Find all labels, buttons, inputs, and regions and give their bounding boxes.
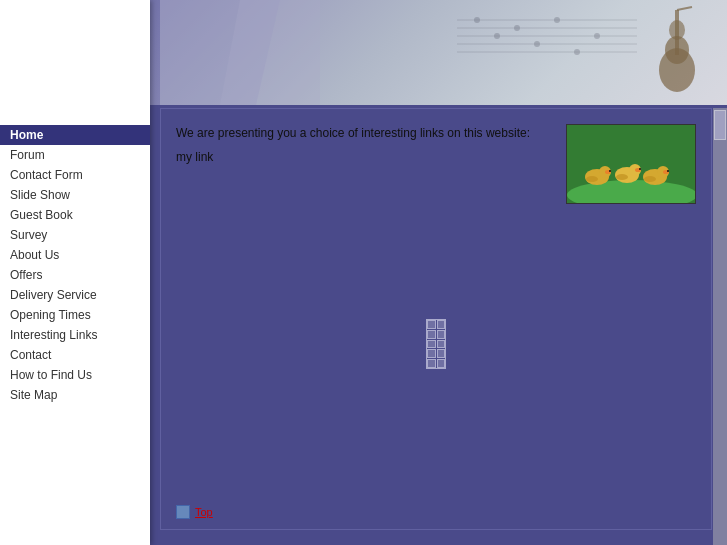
content-area: We are presenting you a choice of intere… <box>161 109 711 219</box>
sidebar: Home Forum Contact Form Slide Show Guest… <box>0 0 150 545</box>
svg-point-7 <box>514 25 520 31</box>
svg-point-5 <box>474 17 480 23</box>
svg-point-8 <box>534 41 540 47</box>
sidebar-item-survey[interactable]: Survey <box>0 225 150 245</box>
grid-element <box>426 319 446 369</box>
svg-point-10 <box>574 49 580 55</box>
sidebar-item-guest-book[interactable]: Guest Book <box>0 205 150 225</box>
music-lines-decoration <box>457 10 637 70</box>
sidebar-item-how-to-find-us[interactable]: How to Find Us <box>0 365 150 385</box>
scrollbar[interactable] <box>713 108 727 545</box>
intro-text-area: We are presenting you a choice of intere… <box>176 124 551 204</box>
sidebar-item-delivery-service[interactable]: Delivery Service <box>0 285 150 305</box>
duck-scene-svg <box>567 125 696 204</box>
my-link[interactable]: my link <box>176 150 551 164</box>
grid-cell-3 <box>427 330 436 339</box>
sidebar-item-site-map[interactable]: Site Map <box>0 385 150 405</box>
grid-cell-8 <box>437 349 446 358</box>
top-link-area: Top <box>176 505 213 519</box>
intro-paragraph: We are presenting you a choice of intere… <box>176 124 551 142</box>
sidebar-item-interesting-links[interactable]: Interesting Links <box>0 325 150 345</box>
grid-cell-7 <box>427 349 436 358</box>
sidebar-item-opening-times[interactable]: Opening Times <box>0 305 150 325</box>
svg-point-23 <box>609 170 611 172</box>
svg-point-34 <box>644 176 656 182</box>
sidebar-item-contact-form[interactable]: Contact Form <box>0 165 150 185</box>
sidebar-item-about-us[interactable]: About Us <box>0 245 150 265</box>
sidebar-item-offers[interactable]: Offers <box>0 265 150 285</box>
svg-line-16 <box>677 7 692 10</box>
sidebar-item-home[interactable]: Home <box>0 125 150 145</box>
svg-point-27 <box>639 168 641 170</box>
grid-cell-4 <box>437 330 446 339</box>
grid-cell-1 <box>427 320 436 329</box>
grid-cell-5 <box>427 340 436 349</box>
grid-cell-9 <box>427 359 436 368</box>
svg-point-33 <box>616 174 628 180</box>
svg-point-6 <box>494 33 500 39</box>
sidebar-item-forum[interactable]: Forum <box>0 145 150 165</box>
sidebar-nav: Home Forum Contact Form Slide Show Guest… <box>0 125 150 405</box>
top-link-icon <box>176 505 190 519</box>
sidebar-item-contact[interactable]: Contact <box>0 345 150 365</box>
grid-cell-2 <box>437 320 446 329</box>
sidebar-item-slide-show[interactable]: Slide Show <box>0 185 150 205</box>
svg-point-11 <box>594 33 600 39</box>
svg-point-31 <box>667 170 669 172</box>
scrollbar-thumb[interactable] <box>714 110 726 140</box>
svg-point-15 <box>669 20 685 40</box>
cello-icon <box>637 5 717 95</box>
svg-point-32 <box>586 176 598 182</box>
grid-cell-6 <box>437 340 446 349</box>
grid-cell-10 <box>437 359 446 368</box>
svg-point-9 <box>554 17 560 23</box>
main-content: We are presenting you a choice of intere… <box>160 108 712 530</box>
top-link[interactable]: Top <box>195 506 213 518</box>
duck-image <box>566 124 696 204</box>
